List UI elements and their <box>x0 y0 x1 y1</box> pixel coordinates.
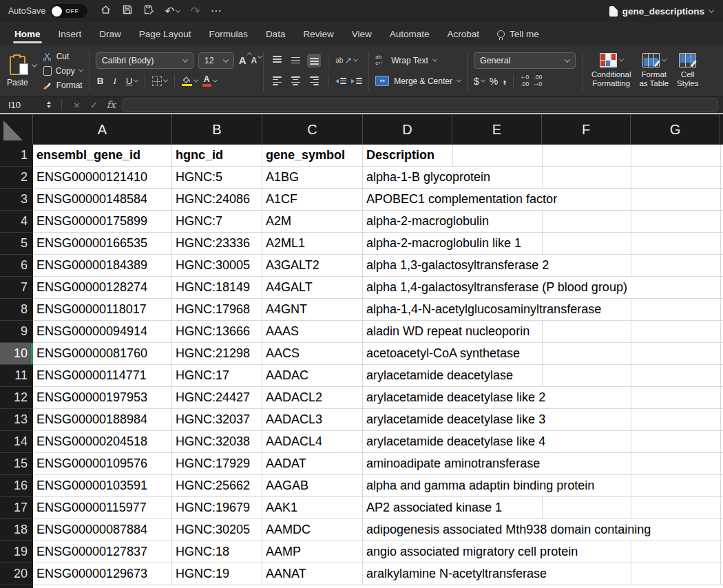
cell[interactable]: HGNC:24427 <box>172 387 262 409</box>
row-header[interactable]: 18 <box>0 519 33 541</box>
fill-color-button[interactable] <box>182 76 198 87</box>
cell[interactable]: HGNC:18 <box>172 541 262 563</box>
tab-page-layout[interactable]: Page Layout <box>130 22 200 45</box>
column-header-g[interactable]: G <box>631 114 720 145</box>
tab-acrobat[interactable]: Acrobat <box>439 22 489 45</box>
cell[interactable]: ENSG00000103591 <box>33 475 172 497</box>
cell[interactable]: gene_symbol <box>262 145 363 167</box>
row-header[interactable]: 15 <box>0 453 33 475</box>
cell[interactable]: ENSG00000129673 <box>33 563 172 585</box>
name-box-spinner[interactable] <box>47 101 51 108</box>
increase-decimal-button[interactable]: ←0 .00 <box>521 74 529 88</box>
row-header[interactable]: 3 <box>0 189 33 211</box>
row-header[interactable]: 19 <box>0 541 33 563</box>
save-icon[interactable] <box>122 4 133 18</box>
tab-view[interactable]: View <box>343 22 381 45</box>
cell[interactable]: ENSG00000128274 <box>33 277 172 299</box>
comma-style-button[interactable]: , <box>503 71 506 86</box>
cell[interactable]: HGNC:25662 <box>172 475 262 497</box>
column-header-a[interactable]: A <box>33 114 172 145</box>
cell[interactable]: AACS <box>262 343 363 365</box>
cell[interactable]: A4GALT <box>262 277 363 299</box>
cell[interactable]: ENSG00000114771 <box>33 365 172 387</box>
cell[interactable]: AAAS <box>262 321 363 343</box>
cell[interactable]: A1CF <box>262 189 363 211</box>
row-header[interactable]: 5 <box>0 233 33 255</box>
tab-formulas[interactable]: Formulas <box>200 22 257 45</box>
column-header-c[interactable]: C <box>262 114 363 145</box>
home-icon[interactable] <box>100 4 112 18</box>
cell[interactable]: ENSG00000188984 <box>33 409 172 431</box>
cell[interactable]: AAMDC <box>262 519 363 541</box>
cell[interactable]: A4GNT <box>262 299 363 321</box>
cell[interactable]: HGNC:32037 <box>172 409 262 431</box>
orientation-button[interactable]: ab <box>335 57 357 64</box>
tab-draw[interactable]: Draw <box>90 22 130 45</box>
cell[interactable]: hgnc_id <box>172 145 262 167</box>
cell[interactable]: ENSG00000081760 <box>33 343 172 365</box>
formula-input[interactable] <box>123 98 718 112</box>
borders-button[interactable] <box>152 76 167 86</box>
cancel-icon[interactable]: × <box>73 100 81 110</box>
cut-button[interactable]: Cut <box>42 50 83 62</box>
underline-button[interactable]: U <box>125 76 138 86</box>
cell[interactable]: HGNC:7 <box>172 211 262 233</box>
cell[interactable]: APOBEC1 complementation factor <box>363 189 723 211</box>
cell[interactable]: ENSG00000109576 <box>33 453 172 475</box>
cell[interactable]: angio associated migratory cell protein <box>363 541 723 563</box>
cell[interactable]: ENSG00000197953 <box>33 387 172 409</box>
cell[interactable]: ENSG00000175899 <box>33 211 172 233</box>
row-header[interactable]: 13 <box>0 409 33 431</box>
cell[interactable]: AADACL4 <box>262 431 363 453</box>
cell[interactable]: aladin WD repeat nucleoporin <box>363 321 723 343</box>
align-middle-button[interactable] <box>289 54 302 67</box>
cell[interactable]: HGNC:17968 <box>172 299 262 321</box>
row-header[interactable]: 1 <box>0 145 33 167</box>
cell[interactable]: A3GALT2 <box>262 255 363 277</box>
tab-home[interactable]: Home <box>6 22 50 45</box>
decrease-indent-button[interactable] <box>335 78 346 84</box>
cell[interactable]: arylacetamide deacetylase like 3 <box>363 409 723 431</box>
decrease-decimal-button[interactable]: .00 →0 <box>534 74 542 88</box>
enter-icon[interactable]: ✓ <box>90 100 98 110</box>
cell[interactable]: AAMP <box>262 541 363 563</box>
document-title[interactable]: gene_descriptions <box>622 6 704 17</box>
align-top-button[interactable] <box>270 54 284 67</box>
cell[interactable]: AP2 associated kinase 1 <box>363 497 723 519</box>
cell[interactable]: HGNC:24086 <box>172 189 262 211</box>
copy-button[interactable]: Copy <box>42 65 83 76</box>
cell[interactable]: A2ML1 <box>262 233 363 255</box>
cell[interactable]: HGNC:23336 <box>172 233 262 255</box>
cell[interactable]: acetoacetyl-CoA synthetase <box>363 343 723 365</box>
cell[interactable]: HGNC:32038 <box>172 431 262 453</box>
format-painter-button[interactable]: Format <box>42 79 83 91</box>
align-bottom-button[interactable] <box>307 54 321 67</box>
cell[interactable]: ENSG00000094914 <box>33 321 172 343</box>
row-header[interactable]: 17 <box>0 497 33 519</box>
wrap-text-button[interactable]: ab c↩ Wrap Text <box>375 52 461 69</box>
bold-button[interactable]: B <box>96 76 105 86</box>
insert-function-icon[interactable]: fx <box>107 99 116 110</box>
row-header[interactable]: 8 <box>0 299 33 321</box>
row-header[interactable]: 20 <box>0 563 33 585</box>
cell[interactable]: HGNC:30205 <box>172 519 262 541</box>
column-header-partial[interactable] <box>720 114 723 145</box>
cell[interactable]: HGNC:17 <box>172 365 262 387</box>
cell[interactable]: AADAT <box>262 453 363 475</box>
cell[interactable]: ENSG00000148584 <box>33 189 172 211</box>
autosave-toggle[interactable]: OFF <box>50 4 87 18</box>
cell[interactable]: alpha-2-macroglobulin <box>363 211 723 233</box>
row-header[interactable]: 6 <box>0 255 33 277</box>
title-chevron-down-icon[interactable] <box>709 7 714 12</box>
number-format-select[interactable]: General <box>474 52 576 69</box>
cell[interactable]: arylacetamide deacetylase like 2 <box>363 387 723 409</box>
tab-data[interactable]: Data <box>257 22 295 45</box>
align-right-button[interactable] <box>307 74 321 88</box>
row-header[interactable]: 12 <box>0 387 33 409</box>
cell[interactable]: HGNC:19679 <box>172 497 262 519</box>
row-header[interactable]: 14 <box>0 431 33 453</box>
cell[interactable]: HGNC:17929 <box>172 453 262 475</box>
cell[interactable]: A2M <box>262 211 363 233</box>
cell[interactable]: HGNC:18149 <box>172 277 262 299</box>
italic-button[interactable]: I <box>110 76 120 87</box>
